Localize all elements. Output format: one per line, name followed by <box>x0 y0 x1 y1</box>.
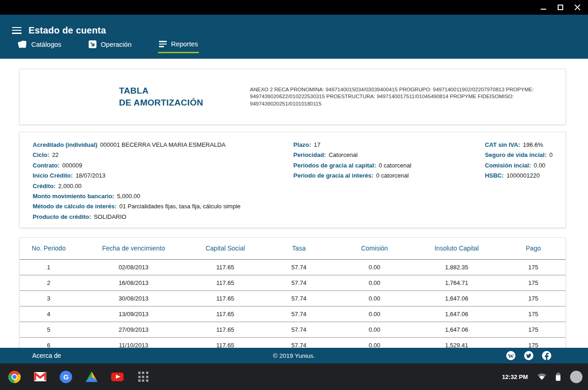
detail-row: Comisión incial:0.00 <box>485 161 553 171</box>
table-cell: 6 <box>20 337 78 348</box>
about-link[interactable]: Acerca de <box>32 352 61 359</box>
detail-value: 1000001220 <box>507 172 540 179</box>
gmail-icon[interactable] <box>34 371 46 383</box>
table-cell: 30/08/2013 <box>78 290 190 306</box>
table-cell: 1,529.41 <box>412 337 501 348</box>
report-title: TABLA DE AMORTIZACIÓN <box>119 85 250 108</box>
status-tray[interactable]: 12:32 PM <box>502 371 582 383</box>
tab-label: Operación <box>101 41 131 48</box>
detail-label: Plazo: <box>294 141 311 148</box>
credit-details-card: Acreditado (individual)000001 BECERRA VE… <box>19 132 566 228</box>
drive-icon[interactable] <box>85 371 98 383</box>
table-row[interactable]: 413/09/2013117.6557.740.001,647.06175 <box>20 306 565 322</box>
copyright-text: © 2019 Yunius. <box>0 352 588 359</box>
twitter-icon[interactable] <box>524 351 533 360</box>
tab-operacion[interactable]: Operación <box>88 39 132 54</box>
detail-row: Método de cálculo de interés:01 Parciali… <box>33 201 294 212</box>
operation-icon <box>89 40 96 48</box>
table-row[interactable]: 102/08/2013117.6557.740.001,882.35175 <box>20 259 565 275</box>
detail-row: Producto de crédito:SOLIDARIO <box>33 212 294 222</box>
details-column-2: Plazo:17 Periocidad:Catorcenal Periodos … <box>294 140 485 228</box>
table-cell: 1,647.06 <box>412 290 501 306</box>
anexo-reca-text: ANEXO 2 RECA PRONOMINA: 9497140015034/03… <box>250 86 565 108</box>
os-taskbar: G 12:32 PM <box>0 363 588 390</box>
detail-label: Comisión incial: <box>485 162 531 169</box>
detail-label: Ciclo: <box>33 151 49 158</box>
table-cell: 175 <box>501 275 565 290</box>
detail-value: Catorcenal <box>328 151 357 158</box>
detail-label: Acreditado (individual) <box>33 141 97 148</box>
minimize-icon[interactable] <box>540 4 547 11</box>
detail-value: 196.6% <box>523 141 543 148</box>
svg-text:W: W <box>508 352 514 359</box>
table-cell: 5 <box>20 322 78 337</box>
table-row[interactable]: 330/08/2013117.6557.740.001,647.06175 <box>20 290 565 306</box>
detail-label: Crédito: <box>33 183 56 189</box>
wordpress-icon[interactable]: W <box>506 351 515 360</box>
table-row[interactable]: 216/08/2013117.6557.740.001,764.71175 <box>20 275 565 290</box>
table-header-row: No. Periodo Fecha de vencimiento Capital… <box>20 238 565 259</box>
detail-value: 22 <box>52 151 58 158</box>
table-row[interactable]: 611/10/2013117.6557.740.001,529.41175 <box>20 337 565 348</box>
table-cell: 1,647.06 <box>412 306 501 322</box>
table-cell: 117.65 <box>189 275 261 290</box>
table-cell: 4 <box>20 306 78 322</box>
column-header: Capital Social <box>189 238 261 259</box>
report-title-card: TABLA DE AMORTIZACIÓN ANEXO 2 RECA PRONO… <box>19 69 566 125</box>
table-row[interactable]: 527/09/2013117.6557.740.001,647.06175 <box>20 322 565 337</box>
page-title: Estado de cuenta <box>28 25 106 36</box>
apps-grid-icon[interactable] <box>137 371 149 383</box>
detail-label: Periodos de gracia al capital: <box>294 162 376 169</box>
table-cell: 1 <box>20 259 78 275</box>
table-cell: 57.74 <box>261 337 337 348</box>
table-cell: 57.74 <box>261 306 337 322</box>
facebook-icon[interactable] <box>542 351 551 360</box>
youtube-icon[interactable] <box>111 371 124 383</box>
table-cell: 57.74 <box>261 290 337 306</box>
amortization-table-card: No. Periodo Fecha de vencimiento Capital… <box>19 237 566 348</box>
table-cell: 1,647.06 <box>412 322 501 337</box>
detail-label: Periocidad: <box>294 151 326 158</box>
tab-catalogos[interactable]: Catálogos <box>17 39 62 54</box>
detail-value: 0 <box>549 151 553 158</box>
column-header: Insoluto Capital <box>412 238 501 259</box>
detail-label: Método de cálculo de interés: <box>33 203 117 210</box>
chrome-icon[interactable] <box>8 371 21 383</box>
google-icon[interactable]: G <box>60 371 72 383</box>
detail-row: Periocidad:Catorcenal <box>294 150 485 160</box>
table-cell: 2 <box>20 275 78 290</box>
detail-row: Plazo:17 <box>294 140 485 150</box>
detail-value: 000009 <box>62 162 82 169</box>
detail-row: Inicio Crédito:18/07/2013 <box>33 171 294 181</box>
table-cell: 175 <box>501 306 565 322</box>
detail-row: Ciclo:22 <box>33 150 294 160</box>
table-cell: 3 <box>20 290 78 306</box>
table-cell: 57.74 <box>261 259 337 275</box>
details-column-1: Acreditado (individual)000001 BECERRA VE… <box>33 140 294 228</box>
detail-label: Seguro de vida incial: <box>485 151 546 158</box>
detail-label: HSBC: <box>485 172 503 179</box>
table-cell: 0.00 <box>337 275 412 290</box>
table-cell: 0.00 <box>337 322 412 337</box>
avatar[interactable] <box>570 371 582 383</box>
detail-row: Contrato:000009 <box>33 161 294 171</box>
wifi-icon[interactable] <box>537 373 546 380</box>
table-cell: 117.65 <box>189 306 261 322</box>
hamburger-menu-icon[interactable] <box>12 27 22 34</box>
close-icon[interactable] <box>574 4 581 11</box>
maximize-icon[interactable] <box>557 4 564 11</box>
table-cell: 175 <box>501 259 565 275</box>
detail-row: Monto movimiento bancario:5,000.00 <box>33 191 294 201</box>
table-cell: 57.74 <box>261 275 337 290</box>
clock[interactable]: 12:32 PM <box>502 373 528 380</box>
table-cell: 16/08/2013 <box>78 275 190 290</box>
battery-icon[interactable] <box>556 373 560 381</box>
table-cell: 117.65 <box>189 322 261 337</box>
tab-reportes[interactable]: Reportes <box>158 39 199 53</box>
detail-value: 17 <box>314 141 320 148</box>
table-cell: 02/08/2013 <box>78 259 190 275</box>
detail-label: Producto de crédito: <box>33 213 91 220</box>
table-cell: 57.74 <box>261 322 337 337</box>
table-body: 102/08/2013117.6557.740.001,882.35175216… <box>20 259 565 348</box>
column-header: Comisión <box>337 238 412 259</box>
